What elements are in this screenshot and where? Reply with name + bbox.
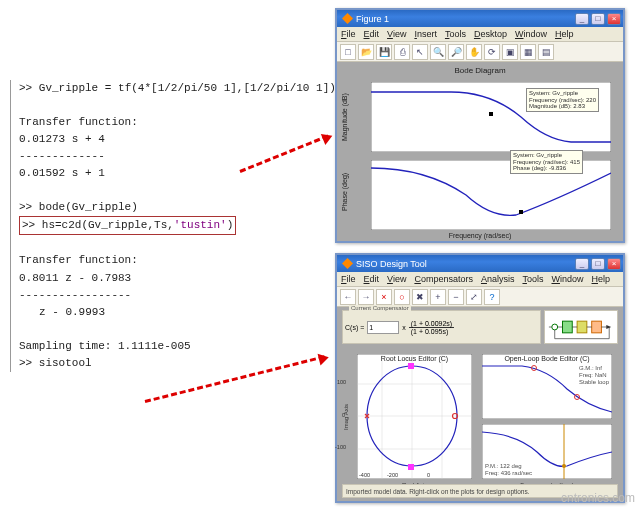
svg-rect-5	[563, 321, 573, 333]
figure-1-window: Figure 1 _ □ × File Edit View Insert Too…	[335, 8, 625, 243]
marker-zero	[408, 363, 414, 369]
code-line: >> Gv_ripple = tf(4*[1/2/pi/50 1],[1/2/p…	[19, 80, 300, 97]
matlab-command-window: >> Gv_ripple = tf(4*[1/2/pi/50 1],[1/2/p…	[10, 80, 300, 372]
menu-help[interactable]: Help	[555, 29, 574, 39]
menu-tools[interactable]: Tools	[522, 274, 543, 284]
rotate-icon[interactable]: ⟳	[484, 44, 500, 60]
svg-rect-3	[519, 210, 523, 214]
plot-area: Bode Diagram Magnitude (dB) Phase (deg) …	[337, 62, 623, 241]
open-icon[interactable]: 📂	[358, 44, 374, 60]
code-line: >> sisotool	[19, 355, 300, 372]
zoom-in-icon[interactable]: +	[430, 289, 446, 305]
add-zero-icon[interactable]: ○	[394, 289, 410, 305]
tf-num: 0.01273 s + 4	[19, 131, 300, 148]
maximize-button[interactable]: □	[591, 258, 605, 270]
forward-icon[interactable]: →	[358, 289, 374, 305]
menu-tools[interactable]: Tools	[445, 29, 466, 39]
datatip-phase: System: Gv_rippleFrequency (rad/sec): 41…	[510, 150, 583, 174]
root-locus-plot[interactable]: Root Locus Editor (C) -400 -200 0 0 100 …	[357, 354, 472, 479]
save-icon[interactable]: 💾	[376, 44, 392, 60]
gain-margin-info: G.M.: InfFreq: NaNStable loop	[579, 365, 609, 387]
tf-label: Transfer function:	[19, 252, 300, 269]
legend-icon[interactable]: ▤	[538, 44, 554, 60]
tf-den: z - 0.9993	[19, 304, 300, 321]
maximize-button[interactable]: □	[591, 13, 605, 25]
ylabel-phase: Phase (deg)	[341, 162, 351, 222]
compensator-fraction: (1 + 0.0092s) (1 + 0.095s)	[409, 320, 454, 335]
siso-design-tool-window: SISO Design Tool _ □ × File Edit View Co…	[335, 253, 625, 503]
blank	[19, 321, 300, 338]
menu-edit[interactable]: Edit	[364, 29, 380, 39]
new-icon[interactable]: □	[340, 44, 356, 60]
comp-gain-input[interactable]	[367, 321, 399, 334]
menu-window[interactable]: Window	[551, 274, 583, 284]
plot-title: Open-Loop Bode Editor (C)	[482, 355, 612, 362]
comp-label: C(s) =	[345, 324, 364, 331]
svg-rect-1	[489, 112, 493, 116]
xlabel: Frequency (rad/sec)	[337, 232, 623, 239]
svg-point-23	[562, 464, 566, 468]
zoom-xy-icon[interactable]: ⤢	[466, 289, 482, 305]
menu-insert[interactable]: Insert	[414, 29, 437, 39]
menu-view[interactable]: View	[387, 274, 406, 284]
pan-icon[interactable]: ✋	[466, 44, 482, 60]
zoom-in-icon[interactable]: 🔍	[430, 44, 446, 60]
zoom-out-icon[interactable]: 🔎	[448, 44, 464, 60]
minimize-button[interactable]: _	[575, 258, 589, 270]
ylabel-magnitude: Magnitude (dB)	[341, 87, 351, 147]
svg-rect-6	[577, 321, 587, 333]
svg-rect-8	[357, 354, 472, 479]
menu-view[interactable]: View	[387, 29, 406, 39]
window-title: SISO Design Tool	[356, 259, 427, 269]
toolbar: ← → × ○ ✖ + − ⤢ ?	[337, 287, 623, 307]
tf-sep: -----------------	[19, 287, 300, 304]
pointer-icon[interactable]: ↖	[412, 44, 428, 60]
openloop-bode-mag[interactable]: Open-Loop Bode Editor (C) G.M.: InfFreq:…	[482, 354, 612, 419]
print-icon[interactable]: ⎙	[394, 44, 410, 60]
window-title: Figure 1	[356, 14, 389, 24]
group-title: Current Compensator	[349, 305, 411, 311]
menu-edit[interactable]: Edit	[364, 274, 380, 284]
menu-file[interactable]: File	[341, 274, 356, 284]
help-icon[interactable]: ?	[484, 289, 500, 305]
datatip-magnitude: System: Gv_rippleFrequency (rad/sec): 22…	[526, 88, 599, 112]
menu-desktop[interactable]: Desktop	[474, 29, 507, 39]
tf-den: 0.01592 s + 1	[19, 165, 300, 182]
svg-rect-16	[408, 464, 414, 470]
datacursor-icon[interactable]: ▣	[502, 44, 518, 60]
openloop-bode-phase[interactable]: P.M.: 122 degFreq: 436 rad/sec	[482, 424, 612, 479]
minimize-button[interactable]: _	[575, 13, 589, 25]
plot-title: Root Locus Editor (C)	[357, 355, 472, 362]
colorbar-icon[interactable]: ▦	[520, 44, 536, 60]
tf-num: 0.8011 z - 0.7983	[19, 270, 300, 287]
back-icon[interactable]: ←	[340, 289, 356, 305]
svg-point-4	[552, 324, 558, 330]
svg-rect-7	[592, 321, 602, 333]
matlab-icon	[342, 13, 353, 24]
phase-margin-info: P.M.: 122 degFreq: 436 rad/sec	[485, 463, 532, 477]
titlebar[interactable]: Figure 1 _ □ ×	[337, 10, 623, 27]
menu-window[interactable]: Window	[515, 29, 547, 39]
menu-compensators[interactable]: Compensators	[414, 274, 473, 284]
compensator-group: Current Compensator C(s) = x (1 + 0.0092…	[342, 310, 541, 344]
siso-plot-area: Current Compensator C(s) = x (1 + 0.0092…	[337, 307, 623, 501]
highlighted-command: >> hs=c2d(Gv_ripple,Ts,'tustin')	[19, 216, 236, 235]
delete-icon[interactable]: ✖	[412, 289, 428, 305]
add-pole-icon[interactable]: ×	[376, 289, 392, 305]
close-button[interactable]: ×	[607, 13, 621, 25]
menu-analysis[interactable]: Analysis	[481, 274, 515, 284]
watermark: cntronics.com	[561, 491, 635, 505]
magnitude-plot[interactable]: System: Gv_rippleFrequency (rad/sec): 22…	[371, 82, 611, 152]
phase-plot[interactable]: System: Gv_rippleFrequency (rad/sec): 41…	[371, 160, 611, 230]
code-line: >> hs=c2d(Gv_ripple,Ts,'tustin')	[19, 216, 300, 235]
blank	[19, 182, 300, 199]
blank	[19, 97, 300, 114]
blank	[19, 235, 300, 252]
titlebar[interactable]: SISO Design Tool _ □ ×	[337, 255, 623, 272]
close-button[interactable]: ×	[607, 258, 621, 270]
menu-help[interactable]: Help	[592, 274, 611, 284]
menu-file[interactable]: File	[341, 29, 356, 39]
architecture-diagram[interactable]	[544, 310, 618, 344]
zoom-out-icon[interactable]: −	[448, 289, 464, 305]
toolbar: □ 📂 💾 ⎙ ↖ 🔍 🔎 ✋ ⟳ ▣ ▦ ▤	[337, 42, 623, 62]
